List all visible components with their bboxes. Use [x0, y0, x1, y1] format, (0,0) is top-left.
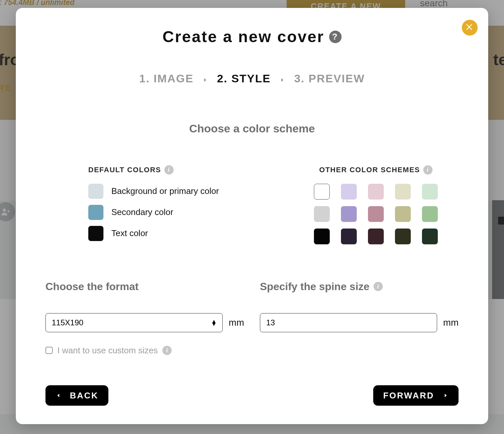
color-swatch[interactable] [88, 184, 103, 199]
scheme-swatch[interactable] [368, 229, 384, 244]
step-preview[interactable]: 3. PREVIEW [294, 72, 365, 85]
spine-unit: mm [443, 317, 459, 328]
modal-title-text: Create a new cover [162, 28, 324, 46]
scheme-swatch[interactable] [341, 184, 357, 200]
help-icon[interactable]: ? [329, 31, 342, 43]
scheme-swatch[interactable] [422, 229, 438, 244]
scheme-swatch[interactable] [395, 229, 411, 244]
chevron-right-icon [443, 391, 449, 401]
modal-title: Create a new cover ? [45, 28, 459, 46]
forward-label: FORWARD [383, 391, 434, 401]
scheme-swatch[interactable] [314, 206, 330, 222]
chevron-left-icon [55, 391, 61, 401]
format-unit: mm [229, 317, 244, 328]
spine-input[interactable] [260, 313, 437, 332]
scheme-swatch[interactable] [395, 184, 411, 200]
info-icon[interactable]: i [423, 165, 433, 175]
format-select[interactable]: 115X190 [45, 313, 223, 332]
default-color-item: Secondary color [88, 205, 254, 220]
step-image[interactable]: 1. IMAGE [139, 72, 193, 85]
color-swatch[interactable] [88, 226, 103, 241]
color-scheme-heading: Choose a color scheme [45, 122, 459, 135]
scheme-swatch[interactable] [314, 184, 330, 200]
default-color-label: Background or primary color [111, 186, 219, 196]
wizard-steps: 1. IMAGE 2. STYLE 3. PREVIEW [45, 72, 459, 86]
info-icon[interactable]: i [162, 346, 172, 355]
create-cover-modal: Create a new cover ? 1. IMAGE 2. STYLE 3… [16, 8, 488, 424]
back-button[interactable]: BACK [45, 385, 108, 406]
spine-column: Specify the spine size i mm [260, 281, 459, 356]
custom-sizes-label: I want to use custom sizes [57, 345, 158, 356]
format-column: Choose the format 115X190 ▲▼ mm I want t… [45, 281, 244, 356]
scheme-swatch[interactable] [422, 184, 438, 200]
format-heading: Choose the format [45, 281, 139, 293]
scheme-swatch[interactable] [341, 229, 357, 244]
chevron-right-icon [279, 73, 286, 86]
default-color-item: Background or primary color [88, 184, 254, 199]
other-schemes-column: OTHER COLOR SCHEMES i [293, 165, 459, 244]
info-icon[interactable]: i [164, 165, 174, 175]
chevron-right-icon [202, 73, 209, 86]
scheme-swatch[interactable] [422, 206, 438, 222]
spine-heading: Specify the spine size [260, 281, 370, 293]
scheme-swatch[interactable] [341, 206, 357, 222]
close-icon [465, 22, 474, 33]
scheme-swatch[interactable] [395, 206, 411, 222]
default-color-label: Text color [111, 228, 148, 238]
info-icon[interactable]: i [374, 282, 383, 291]
scheme-swatch[interactable] [314, 229, 330, 244]
scheme-swatch[interactable] [368, 184, 384, 200]
scheme-swatch[interactable] [368, 206, 384, 222]
default-colors-column: DEFAULT COLORS i Background or primary c… [45, 165, 254, 244]
default-color-item: Text color [88, 226, 254, 241]
default-color-label: Secondary color [111, 207, 173, 217]
step-style[interactable]: 2. STYLE [217, 72, 271, 85]
back-label: BACK [70, 391, 98, 401]
custom-sizes-checkbox[interactable] [45, 347, 53, 354]
default-colors-title: DEFAULT COLORS [88, 166, 161, 174]
forward-button[interactable]: FORWARD [373, 385, 459, 406]
color-swatch[interactable] [88, 205, 103, 220]
close-button[interactable] [462, 20, 478, 36]
other-schemes-title: OTHER COLOR SCHEMES [319, 166, 420, 174]
